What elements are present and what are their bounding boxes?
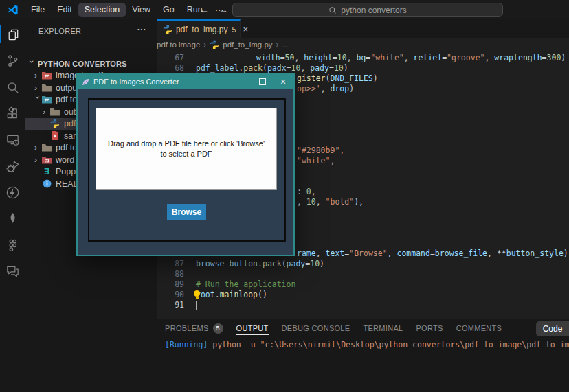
breadcrumb-item[interactable]: pdf to image xyxy=(157,41,200,49)
activity-run-debug-icon[interactable] xyxy=(0,156,25,176)
activity-figma-icon[interactable] xyxy=(0,235,25,255)
python-file-icon xyxy=(210,40,219,49)
panel-tab-label: TERMINAL xyxy=(363,324,403,332)
activity-extensions-icon[interactable] xyxy=(0,103,25,124)
tab-pdf-to-img[interactable]: pdf_to_img.py 5 × xyxy=(157,19,241,38)
indent-guide xyxy=(197,53,197,63)
dialog-minimize-button[interactable]: — xyxy=(232,75,252,89)
indent-guide xyxy=(216,53,216,63)
history-forward-icon[interactable]: → xyxy=(219,4,228,15)
info-icon xyxy=(41,179,52,188)
panel-tabs: PROBLEMS5OUTPUTDEBUG CONSOLETERMINALPORT… xyxy=(165,322,502,337)
breadcrumb-item[interactable]: pdf_to_img.py xyxy=(223,41,272,49)
panel-tab-ports[interactable]: PORTS xyxy=(416,324,443,335)
activity-search-icon[interactable] xyxy=(0,77,25,97)
search-query-text: python convertors xyxy=(341,5,406,15)
output-log-line: [Running] python -u "c:\Users\nirmit\Des… xyxy=(165,340,569,349)
dialog-title-bar[interactable]: PDF to Images Converter — × xyxy=(78,75,293,89)
menu-view[interactable]: View xyxy=(126,3,157,17)
editor-tab-strip: pdf_to_img.py 5 × xyxy=(157,19,569,38)
command-center-search[interactable]: python convertors xyxy=(232,3,503,17)
dialog-title: PDF to Images Converter xyxy=(93,78,179,86)
indent-guide xyxy=(236,53,236,63)
line-number: 90 xyxy=(157,290,184,300)
activity-bar xyxy=(0,19,25,392)
tab-problems-badge: 5 xyxy=(232,25,236,34)
title-bar: FileEditSelectionViewGoRun⋯ ← → python c… xyxy=(0,0,569,20)
activity-explorer-icon[interactable] xyxy=(0,24,25,45)
activity-source-control-icon[interactable] xyxy=(0,50,25,71)
vscode-logo-icon xyxy=(7,4,19,16)
lightbulb-icon[interactable] xyxy=(193,290,201,299)
folder-word-icon xyxy=(41,156,52,164)
dialog-maximize-button[interactable] xyxy=(252,75,273,89)
code-line: root.mainloop() xyxy=(196,290,267,300)
output-text-segment: [Running] xyxy=(165,340,212,349)
pdf-converter-dialog: PDF to Images Converter — × Drag and dro… xyxy=(76,73,295,256)
activity-comments-icon[interactable] xyxy=(0,261,25,281)
dialog-inner-frame: Drag and drop a PDF file here or click '… xyxy=(88,98,286,242)
line-number: 89 xyxy=(157,279,184,290)
line-number: 87 xyxy=(157,259,184,269)
panel-tab-debug-console[interactable]: DEBUG CONSOLE xyxy=(282,324,350,335)
explorer-root-folder[interactable]: › PYTHON CONVERTORS xyxy=(25,58,157,70)
code-line: # Run the application xyxy=(196,279,295,290)
code-line: pdf_label.pack(padx=10, pady=10) xyxy=(196,63,348,73)
panel-tab-label: PROBLEMS xyxy=(165,324,209,332)
code-line: gister(DND_FILES) xyxy=(297,73,378,84)
output-channel-button[interactable]: Code xyxy=(536,321,569,336)
menu-selection[interactable]: Selection xyxy=(78,3,126,17)
activity-mongodb-icon[interactable] xyxy=(0,208,25,229)
breadcrumb-separator: › xyxy=(203,40,206,49)
pdf-drop-zone[interactable]: Drag and drop a PDF file here or click '… xyxy=(96,108,277,190)
chevron-right-icon: › xyxy=(34,84,41,91)
tab-filename: pdf_to_img.py xyxy=(176,25,227,34)
breadcrumb-item[interactable]: ... xyxy=(282,41,289,49)
breadcrumb-separator: › xyxy=(276,40,279,49)
chevron-right-icon: › xyxy=(43,108,49,115)
dialog-close-button[interactable]: × xyxy=(273,75,293,89)
python-icon xyxy=(49,119,60,128)
browse-button[interactable]: Browse xyxy=(167,204,206,220)
panel-tab-problems[interactable]: PROBLEMS5 xyxy=(165,323,223,336)
code-line: rame, text="Browse", command=browse_file… xyxy=(297,249,568,259)
bottom-panel: PROBLEMS5OUTPUTDEBUG CONSOLETERMINALPORT… xyxy=(157,319,569,392)
root-folder-label: PYTHON CONVERTORS xyxy=(38,60,127,68)
panel-tab-label: DEBUG CONSOLE xyxy=(282,324,350,332)
search-icon xyxy=(328,6,337,14)
panel-tab-label: OUTPUT xyxy=(236,324,269,332)
chevron-right-icon: › xyxy=(34,72,41,79)
explorer-title: EXPLORER xyxy=(38,27,81,35)
line-number: 88 xyxy=(157,269,184,279)
activity-remote-explorer-icon[interactable] xyxy=(0,129,25,150)
panel-tab-terminal[interactable]: TERMINAL xyxy=(363,324,403,335)
chevron-down-icon: › xyxy=(34,96,41,103)
activity-thunder-client-icon[interactable] xyxy=(0,182,25,203)
chevron-right-icon: › xyxy=(34,144,41,151)
problems-count-badge: 5 xyxy=(213,323,223,334)
menu-file[interactable]: File xyxy=(25,3,51,17)
vscode-window: FileEditSelectionViewGoRun⋯ ← → python c… xyxy=(0,0,569,392)
maximize-icon xyxy=(259,78,266,85)
chevron-right-icon: › xyxy=(34,157,41,163)
folder-image-icon xyxy=(41,71,52,80)
panel-tab-comments[interactable]: COMMENTS xyxy=(456,324,502,335)
tab-close-icon[interactable]: × xyxy=(243,24,249,34)
panel-tab-output[interactable]: OUTPUT xyxy=(236,324,269,335)
chevron-down-icon: › xyxy=(28,60,35,67)
tk-feather-icon xyxy=(82,78,89,86)
history-back-icon[interactable]: ← xyxy=(199,4,209,15)
line-number: 68 xyxy=(157,63,184,73)
panel-tab-label: COMMENTS xyxy=(456,324,502,332)
breadcrumb[interactable]: pdf to image›pdf_to_img.py›... xyxy=(157,38,569,51)
folder-icon xyxy=(41,84,52,92)
explorer-more-icon[interactable]: ⋯ xyxy=(137,23,147,34)
menu-edit[interactable]: Edit xyxy=(51,3,78,17)
code-line: width=50, height=10, bg="white", relief=… xyxy=(256,53,566,63)
code-line: , 10, "bold"), xyxy=(297,197,364,207)
panel-tab-label: PORTS xyxy=(416,324,443,332)
folder-icon xyxy=(41,143,52,152)
drop-zone-text: Drag and drop a PDF file here or click '… xyxy=(104,139,268,159)
menu-go[interactable]: Go xyxy=(157,3,181,17)
folder-icon xyxy=(49,108,60,116)
